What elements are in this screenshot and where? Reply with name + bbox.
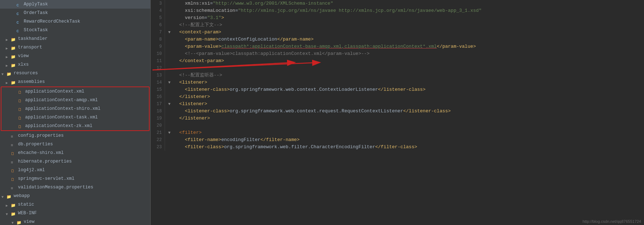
sidebar-item-log4j2[interactable]: 🗋 log4j2.xml: [0, 166, 150, 174]
xml-icon: 🗋: [11, 168, 17, 173]
line-number: 4: [151, 7, 165, 14]
code-line-18: 18 <listener-class>org.springframework.w…: [151, 108, 644, 115]
properties-icon: ≡: [11, 159, 17, 164]
sidebar-item-label: static: [18, 201, 34, 208]
sidebar-item-label: webapp: [14, 192, 30, 200]
arrow-icon: [6, 37, 10, 41]
fold-gutter[interactable]: ▼: [166, 79, 172, 86]
sidebar-item-ehcache[interactable]: 🗋 ehcache-shiro.xml: [0, 149, 150, 157]
sidebar-item-label: ehcache-shiro.xml: [18, 149, 64, 156]
sidebar-item-label: springmvc-servlet.xml: [18, 175, 75, 182]
code-line-8: 8 <param-name>contextConfigLocation</par…: [151, 36, 644, 43]
code-text: <context-param>: [172, 29, 644, 36]
line-number: 13: [151, 72, 165, 79]
red-box-group: 🗋 applicationContext.xml 🗋 applicationCo…: [1, 86, 150, 131]
sidebar-item-appctx-zk[interactable]: 🗋 applicationContext-zk.xml: [1, 122, 149, 130]
sidebar-item-label: applicationContext-task.xml: [25, 114, 98, 121]
fold-gutter[interactable]: ▼: [166, 100, 172, 108]
sidebar-item-config-props[interactable]: ≡ config.properties: [0, 131, 150, 140]
line-number: 18: [151, 108, 165, 115]
code-line-9: 9 <param-value>classpath*:applicationCon…: [151, 43, 644, 50]
code-text: xmlns:xsi="http://www.w3.org/2001/XMLSch…: [172, 0, 644, 7]
arrow-icon: [1, 194, 6, 198]
sidebar-item-webinf[interactable]: 📁 WEB-INF: [0, 209, 150, 217]
fold-gutter[interactable]: ▼: [166, 129, 172, 136]
sidebar-item-appctx-amqp[interactable]: 🗋 applicationContext-amqp.xml: [1, 96, 149, 104]
sidebar-item-label: ApplyTask: [24, 1, 48, 8]
properties-icon: ≡: [11, 133, 17, 138]
arrow-icon: [6, 54, 10, 58]
sidebar-item-label: view: [24, 218, 34, 225]
line-number: 22: [151, 136, 165, 144]
sidebar-item-appctx-shiro[interactable]: 🗋 applicationContext-shiro.xml: [1, 104, 149, 113]
sidebar-item-springmvc[interactable]: 🗋 springmvc-servlet.xml: [0, 174, 150, 183]
code-line-22: 22 <filter-name>encodingFilter</filter-n…: [151, 136, 644, 144]
sidebar-item-label: xlxs: [18, 61, 29, 68]
xml-icon: 🗋: [18, 89, 24, 94]
line-number: 12: [151, 65, 165, 72]
code-text: <param-name>contextConfigLocation</param…: [172, 36, 644, 43]
sidebar-item-apply-task[interactable]: C ApplyTask: [0, 0, 150, 9]
code-line-7: 7 ▼ <context-param>: [151, 29, 644, 36]
code-text: xsi:schemaLocation="http://xmlns.jcp.org…: [172, 7, 644, 14]
code-line-21: 21 ▼ <filter>: [151, 129, 644, 136]
xml-icon: 🗋: [11, 150, 17, 155]
sidebar-item-label: RewardRecordCheckTask: [24, 18, 80, 25]
code-line-20: 20: [151, 122, 644, 129]
code-line-13: 13 <!--配置监听器-->: [151, 72, 644, 79]
sidebar-item-stock-task[interactable]: C StockTask: [0, 26, 150, 34]
sidebar-item-view2[interactable]: 📁 view: [0, 217, 150, 225]
folder-icon: 📁: [6, 71, 12, 76]
sidebar-item-xlxs[interactable]: 📁 xlxs: [0, 60, 150, 69]
fold-gutter[interactable]: ▼: [166, 29, 172, 36]
sidebar-item-hibernate-props[interactable]: ≡ hibernate.properties: [0, 157, 150, 166]
sidebar-item-appctx[interactable]: 🗋 applicationContext.xml: [1, 87, 149, 96]
line-number: 15: [151, 86, 165, 93]
sidebar-item-label: StockTask: [24, 27, 48, 34]
sidebar-item-static[interactable]: 📁 static: [0, 200, 150, 209]
code-text: version="3.1">: [172, 14, 644, 22]
properties-icon: ≡: [11, 142, 17, 147]
line-number: 19: [151, 115, 165, 122]
xml-icon: 🗋: [18, 123, 24, 128]
sidebar-item-taskhandler[interactable]: 📁 taskhandler: [0, 34, 150, 43]
sidebar-item-view[interactable]: 📁 view: [0, 52, 150, 60]
xml-icon: 🗋: [11, 176, 17, 181]
code-text: <!--配置上下文-->: [172, 22, 644, 29]
folder-icon: 📁: [11, 202, 17, 207]
code-text: </listener>: [172, 115, 644, 122]
line-number: 8: [151, 36, 165, 43]
folder-icon: 📁: [11, 53, 17, 58]
line-number: 10: [151, 50, 165, 57]
xml-icon: 🗋: [18, 115, 24, 120]
sidebar-item-db-props[interactable]: ≡ db.properties: [0, 140, 150, 149]
code-line-4: 4 xsi:schemaLocation="http://xmlns.jcp.o…: [151, 7, 644, 14]
sidebar-item-assemblies[interactable]: 📁 assemblies: [0, 78, 150, 86]
sidebar-item-reward-task[interactable]: C RewardRecordCheckTask: [0, 17, 150, 26]
sidebar-item-label: view: [18, 52, 29, 60]
code-text: <filter>: [172, 129, 644, 136]
line-number: 23: [151, 144, 165, 151]
sidebar-item-order-task[interactable]: C OrderTask: [0, 9, 150, 17]
code-text: <!--<param-value>classpath:applicationCo…: [172, 50, 644, 57]
code-content-area[interactable]: 3 xmlns:xsi="http://www.w3.org/2001/XMLS…: [151, 0, 644, 225]
sidebar-item-validation[interactable]: ≡ validationMessage.properties: [0, 183, 150, 192]
arrow-icon: [11, 220, 16, 224]
sidebar-item-resources[interactable]: 📁 resources: [0, 69, 150, 78]
sidebar-item-appctx-task[interactable]: 🗋 applicationContext-task.xml: [1, 113, 149, 122]
sidebar-item-transport[interactable]: 📁 transport: [0, 43, 150, 52]
task-icon: C: [17, 28, 22, 33]
sidebar-item-label: applicationContext-zk.xml: [25, 122, 93, 130]
sidebar-item-label: applicationContext.xml: [25, 88, 84, 95]
arrow-icon: [6, 80, 10, 84]
sidebar-item-label: taskhandler: [18, 35, 48, 42]
folder-icon: 📁: [11, 36, 17, 41]
line-number: 3: [151, 0, 165, 7]
sidebar-item-webapp[interactable]: 📁 webapp: [0, 192, 150, 200]
code-line-10: 10 <!--<param-value>classpath:applicatio…: [151, 50, 644, 57]
code-line-23: 23 <filter-class>org.springframework.web…: [151, 144, 644, 151]
sidebar-item-label: OrderTask: [24, 9, 48, 17]
code-text: <listener-class>org.springframework.web.…: [172, 108, 644, 115]
code-line-3: 3 xmlns:xsi="http://www.w3.org/2001/XMLS…: [151, 0, 644, 7]
properties-icon: ≡: [11, 185, 17, 190]
